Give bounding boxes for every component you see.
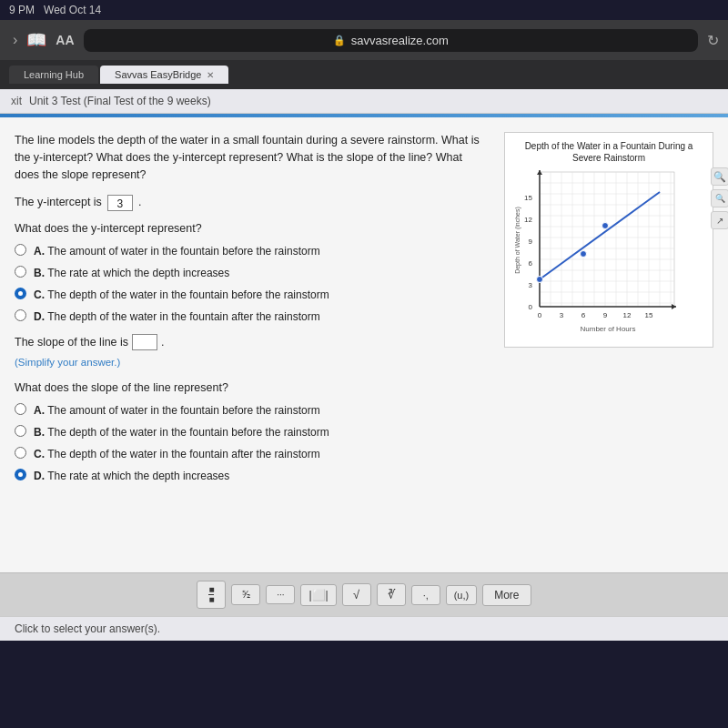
tab-savvas-easybridge[interactable]: Savvas EasyBridge ✕ — [100, 66, 228, 84]
aa-label[interactable]: AA — [56, 33, 74, 47]
y-intercept-option-a[interactable]: A. The amount of water in the fountain b… — [15, 243, 490, 259]
svg-text:Number of Hours: Number of Hours — [581, 325, 636, 333]
back-button[interactable]: › — [9, 30, 21, 50]
tabs-bar: Learning Hub Savvas EasyBridge ✕ — [0, 60, 728, 89]
more-button[interactable]: More — [482, 584, 531, 606]
slope-radio-d[interactable] — [15, 469, 26, 480]
simplify-note: (Simplify your answer.) — [15, 355, 490, 370]
address-bar[interactable]: 🔒 savvasrealize.com — [84, 29, 698, 52]
slope-input[interactable] — [132, 334, 157, 350]
graph-title: Depth of the Water in a Fountain During … — [512, 140, 705, 164]
dots-icon: ··· — [277, 590, 284, 600]
browser-toolbar: › 📖 AA 🔒 savvasrealize.com ↻ — [0, 20, 728, 60]
exit-bar: xit Unit 3 Test (Final Test of the 9 wee… — [0, 89, 728, 114]
click-hint: Click to select your answer(s). — [0, 616, 728, 641]
dot-comma-button[interactable]: ·, — [411, 585, 440, 605]
svg-text:6: 6 — [581, 311, 586, 319]
cbrt-icon: ∛ — [388, 588, 395, 602]
svg-text:12: 12 — [524, 216, 532, 224]
graph-svg: 0 3 6 9 12 15 0 3 6 9 12 15 — [512, 167, 681, 336]
svg-text:15: 15 — [645, 311, 653, 319]
svg-rect-0 — [540, 172, 674, 307]
slope-option-d-label: D. The rate at which the depth increases — [34, 468, 229, 484]
graph-icons: 🔍 🔍 ↗ — [711, 167, 728, 229]
exit-link[interactable]: xit — [11, 95, 22, 107]
question-text: The line models the depth of the water i… — [15, 132, 490, 183]
radio-d[interactable] — [15, 309, 26, 321]
status-time: 9 PM — [9, 4, 35, 16]
sqrt-button[interactable]: √ — [342, 583, 371, 606]
slope-option-d[interactable]: D. The rate at which the depth increases — [15, 468, 490, 484]
sqrt-icon: √ — [353, 588, 359, 602]
slope-option-a-label: A. The amount of water in the fountain b… — [34, 402, 320, 419]
tab-savvas-easybridge-label: Savvas EasyBridge — [115, 69, 201, 80]
browser-chrome: › 📖 AA 🔒 savvasrealize.com ↻ Learning Hu… — [0, 20, 728, 89]
status-date: Wed Oct 14 — [44, 4, 101, 16]
slope-period: . — [161, 334, 164, 351]
absolute-value-button[interactable]: |⬜| — [300, 584, 336, 606]
slope-options: A. The amount of water in the fountain b… — [15, 402, 490, 484]
tab-close-icon[interactable]: ✕ — [207, 70, 214, 80]
mixed-number-button[interactable]: ⁵⁄₂ — [231, 584, 260, 605]
quiz-area: The line models the depth of the water i… — [0, 117, 728, 572]
slope-label: The slope of the line is — [15, 334, 128, 351]
quiz-left: The line models the depth of the water i… — [15, 132, 490, 558]
y-intercept-option-a-label: A. The amount of water in the fountain b… — [34, 243, 320, 259]
page-content: xit Unit 3 Test (Final Test of the 9 wee… — [0, 89, 728, 641]
svg-text:3: 3 — [560, 311, 564, 319]
slope-option-c[interactable]: C. The depth of the water in the fountai… — [15, 446, 490, 462]
slope-radio-c[interactable] — [15, 447, 26, 459]
y-intercept-options: A. The amount of water in the fountain b… — [15, 243, 490, 325]
external-link-icon[interactable]: ↗ — [711, 211, 728, 229]
y-intercept-input[interactable]: 3 — [107, 195, 133, 211]
y-intercept-option-b-label: B. The rate at which the depth increases — [34, 265, 229, 281]
dot-comma-icon: ·, — [423, 590, 429, 601]
cbrt-button[interactable]: ∛ — [377, 583, 406, 606]
y-intercept-period: . — [138, 194, 141, 211]
fraction-icon: ■■ — [208, 585, 214, 604]
y-intercept-option-c-label: C. The depth of the water in the fountai… — [34, 287, 329, 303]
zoom-out-icon[interactable]: 🔍 — [711, 189, 728, 207]
mixed-number-icon: ⁵⁄₂ — [242, 589, 251, 601]
tab-learning-hub[interactable]: Learning Hub — [9, 66, 98, 84]
y-intercept-question: What does the y-intercept represent? — [15, 220, 490, 238]
y-intercept-option-d-label: D. The depth of the water in the fountai… — [34, 308, 320, 325]
svg-text:9: 9 — [529, 238, 533, 246]
slope-option-b[interactable]: B. The depth of the water in the fountai… — [15, 424, 490, 440]
parentheses-button[interactable]: (u,) — [446, 585, 478, 605]
svg-point-43 — [581, 251, 587, 258]
reload-button[interactable]: ↻ — [707, 32, 719, 49]
lock-icon: 🔒 — [333, 35, 346, 46]
slope-radio-b[interactable] — [15, 425, 26, 437]
y-intercept-option-b[interactable]: B. The rate at which the depth increases — [15, 265, 490, 281]
radio-a[interactable] — [15, 244, 26, 256]
y-intercept-option-c[interactable]: C. The depth of the water in the fountai… — [15, 287, 490, 303]
zoom-in-icon[interactable]: 🔍 — [711, 167, 728, 186]
slope-row: The slope of the line is . — [15, 334, 490, 351]
slope-radio-a[interactable] — [15, 403, 26, 415]
abs-icon: |⬜| — [308, 589, 328, 602]
svg-text:3: 3 — [529, 281, 533, 289]
graph-panel: Depth of the Water in a Fountain During … — [504, 132, 713, 558]
radio-b[interactable] — [15, 266, 26, 278]
svg-text:12: 12 — [623, 311, 632, 319]
y-intercept-row: The y-intercept is 3 . — [15, 194, 490, 211]
click-hint-text: Click to select your answer(s). — [15, 622, 160, 635]
fraction-button[interactable]: ■■ — [197, 581, 226, 609]
paren-icon: (u,) — [454, 590, 470, 601]
graph-svg-wrap: 0 3 6 9 12 15 0 3 6 9 12 15 — [512, 167, 705, 339]
dots-button[interactable]: ··· — [266, 585, 295, 604]
svg-text:0: 0 — [529, 303, 533, 311]
url-text: savvasrealize.com — [351, 34, 449, 47]
book-icon: 📖 — [26, 30, 46, 50]
more-label: More — [494, 589, 519, 602]
slope-option-a[interactable]: A. The amount of water in the fountain b… — [15, 402, 490, 419]
nav-buttons: › 📖 — [9, 30, 46, 50]
svg-text:9: 9 — [603, 311, 608, 319]
svg-point-44 — [602, 223, 609, 229]
page-title: Unit 3 Test (Final Test of the 9 weeks) — [29, 95, 211, 107]
svg-point-42 — [537, 277, 543, 283]
y-intercept-option-d[interactable]: D. The depth of the water in the fountai… — [15, 308, 490, 325]
tab-learning-hub-label: Learning Hub — [24, 69, 84, 80]
radio-c[interactable] — [15, 288, 26, 299]
